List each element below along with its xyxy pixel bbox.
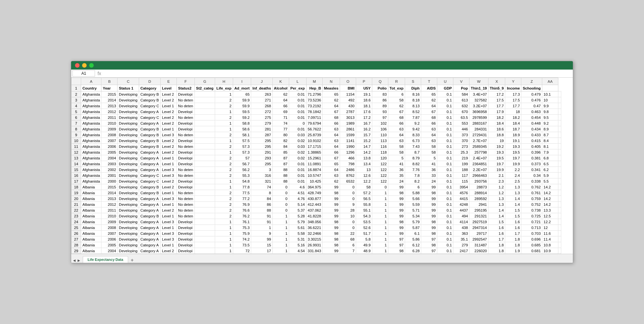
cell-r23-c13[interactable]: 41.8228	[306, 213, 323, 219]
cell-r2-c24[interactable]: 17.2	[488, 91, 505, 97]
cell-r4-c17[interactable]: 89	[372, 103, 388, 109]
cell-r20-c11[interactable]: 0	[272, 196, 289, 202]
cell-r22-c11[interactable]: 0	[272, 207, 289, 213]
cell-r23-c18[interactable]: 99	[388, 213, 405, 219]
cell-r11-c2[interactable]: 2006	[101, 144, 118, 149]
cell-r12-c7[interactable]	[194, 149, 215, 155]
cell-r16-c4[interactable]: Category C	[139, 173, 160, 178]
cell-r22-c26[interactable]: 0.738	[521, 207, 542, 213]
cell-r6-c10[interactable]: 275	[251, 115, 273, 120]
cell-r6-c11[interactable]: 71	[272, 115, 289, 120]
cell-r23-c3[interactable]: Developing	[118, 213, 139, 219]
cell-r17-c7[interactable]	[194, 178, 215, 184]
cell-r13-c15[interactable]: 466	[340, 155, 356, 161]
cell-r4-c27[interactable]: 9.9	[542, 103, 558, 109]
cell-r28-c25[interactable]: 1.8	[505, 242, 521, 248]
cell-r9-c27[interactable]: 8.7	[542, 132, 558, 138]
cell-r3-c12[interactable]: 0.01	[289, 97, 306, 103]
cell-r28-c18[interactable]: 97	[388, 242, 405, 248]
cell-r16-c8[interactable]: 2	[215, 173, 233, 178]
cell-r7-c8[interactable]: 1	[215, 120, 233, 126]
header-diph[interactable]: Diph	[405, 85, 421, 91]
cell-r27-c14[interactable]: 98	[323, 236, 340, 242]
cell-r16-c22[interactable]: 117	[453, 173, 469, 178]
cell-r24-c19[interactable]: 5.79	[405, 219, 421, 225]
cell-r21-c27[interactable]: 14.2	[542, 202, 558, 207]
cell-r24-c15[interactable]: 0	[340, 219, 356, 225]
cell-r5-c9[interactable]: 59.5	[233, 109, 251, 115]
header-hepb[interactable]: Hep_B	[306, 85, 323, 91]
cell-r4-c21[interactable]: 0.1	[437, 103, 453, 109]
cell-r8-c22[interactable]: 446	[453, 126, 469, 132]
cell-r4-c13[interactable]: 73.2192	[306, 103, 323, 109]
cell-r15-c27[interactable]: 6.2	[542, 167, 558, 173]
cell-r14-c26[interactable]: 0.373	[521, 161, 542, 167]
cell-r14-c11[interactable]: 87	[272, 161, 289, 167]
cell-r25-c22[interactable]: 438	[453, 225, 469, 231]
cell-r13-c27[interactable]: 6.8	[542, 155, 558, 161]
cell-r3-c11[interactable]: 64	[272, 97, 289, 103]
cell-r29-c12[interactable]: 4.54	[289, 248, 306, 254]
cell-r18-c26[interactable]: 0.762	[521, 184, 542, 190]
cell-r3-c6[interactable]: No deten	[177, 97, 195, 103]
add-sheet-button[interactable]: +	[129, 258, 136, 263]
cell-r12-c22[interactable]: 25.3	[453, 149, 469, 155]
cell-r10-c8[interactable]: 1	[215, 138, 233, 144]
cell-r10-c6[interactable]: Developi	[177, 138, 195, 144]
cell-r23-c12[interactable]: 5.28	[289, 213, 306, 219]
cell-r14-c9[interactable]: 56.7	[233, 161, 251, 167]
header-gdp[interactable]: GDP	[437, 85, 453, 91]
cell-r28-c9[interactable]: 73.5	[233, 242, 251, 248]
cell-r16-c24[interactable]: 2.1	[488, 173, 505, 178]
cell-r8-c3[interactable]: Developing	[118, 126, 139, 132]
cell-r25-c2[interactable]: 2008	[101, 225, 118, 231]
cell-r26-c21[interactable]: 0.1	[437, 231, 453, 236]
cell-r28-c4[interactable]: Category A	[139, 242, 160, 248]
cell-r3-c21[interactable]: 0.1	[437, 97, 453, 103]
cell-r19-c23[interactable]: 288914	[469, 190, 488, 196]
cell-r14-c12[interactable]: 0.01	[289, 161, 306, 167]
cell-r3-c22[interactable]: 613	[453, 97, 469, 103]
cell-r11-c1[interactable]: Afghanista	[81, 144, 101, 149]
cell-r29-c25[interactable]: 1.9	[505, 248, 521, 254]
cell-r18-c25[interactable]: 1.3	[505, 184, 521, 190]
cell-r16-c13[interactable]: 10.5747	[306, 173, 323, 178]
cell-r19-c19[interactable]: 5.88	[405, 190, 421, 196]
cell-r11-c6[interactable]: No deten	[177, 144, 195, 149]
cell-r22-c8[interactable]: 2	[215, 207, 233, 213]
cell-r5-c3[interactable]: Developing	[118, 109, 139, 115]
cell-r4-c3[interactable]: Developing	[118, 103, 139, 109]
cell-r25-c3[interactable]: Developing	[118, 225, 139, 231]
cell-r21-c15[interactable]: 9	[340, 202, 356, 207]
cell-r4-c25[interactable]: 17.7	[505, 103, 521, 109]
cell-r13-c5[interactable]: Level 1	[161, 155, 177, 161]
cell-r16-c1[interactable]: Afghanista	[81, 173, 101, 178]
cell-r8-c23[interactable]: 284331	[469, 126, 488, 132]
cell-r9-c10[interactable]: 287	[251, 132, 273, 138]
cell-r22-c24[interactable]: 1.4	[488, 207, 505, 213]
cell-r29-c13[interactable]: 331.843	[306, 248, 323, 254]
cell-r24-c5[interactable]: Level 3	[161, 219, 177, 225]
col-Q[interactable]: Q	[372, 78, 388, 85]
cell-r21-c20[interactable]: 99	[421, 202, 437, 207]
cell-r7-c9[interactable]: 58.8	[233, 120, 251, 126]
cell-r20-c25[interactable]: 1.4	[505, 196, 521, 202]
cell-r26-c3[interactable]: Developing	[118, 231, 139, 236]
cell-r12-c17[interactable]: 118	[372, 149, 388, 155]
cell-r25-c16[interactable]: 52.6	[356, 225, 372, 231]
cell-r14-c5[interactable]: Level 1	[161, 161, 177, 167]
col-Z[interactable]: Z	[521, 78, 542, 85]
cell-r22-c12[interactable]: 5.37	[289, 207, 306, 213]
cell-r5-c26[interactable]: 0.463	[521, 109, 542, 115]
cell-r26-c26[interactable]: 0.703	[521, 231, 542, 236]
cell-r12-c9[interactable]: 57.3	[233, 149, 251, 155]
cell-r24-c22[interactable]: 4114	[453, 219, 469, 225]
cell-r21-c9[interactable]: 76.9	[233, 202, 251, 207]
cell-r11-c23[interactable]: 2589345	[469, 144, 488, 149]
cell-r27-c15[interactable]: 68	[340, 236, 356, 242]
cell-r12-c14[interactable]: 66	[323, 149, 340, 155]
cell-r24-c10[interactable]: 91	[251, 219, 273, 225]
cell-r13-c17[interactable]: 120	[372, 155, 388, 161]
cell-r2-c13[interactable]: 71.2796	[306, 91, 323, 97]
cell-r21-c22[interactable]: 4248	[453, 202, 469, 207]
